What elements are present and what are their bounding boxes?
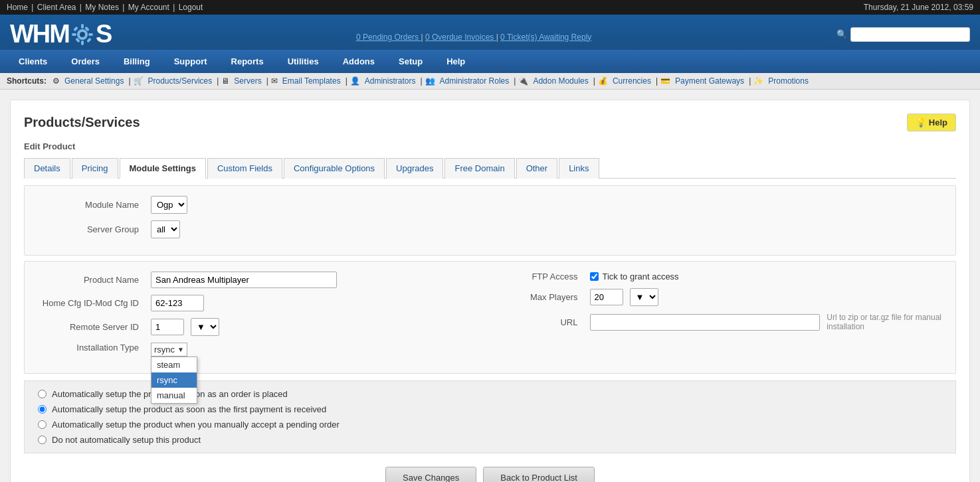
top-nav-my-notes[interactable]: My Notes	[85, 3, 119, 12]
search-input[interactable]	[850, 27, 970, 42]
max-players-input[interactable]	[590, 289, 623, 305]
overdue-invoices-link[interactable]: 0 Overdue Invoices	[425, 33, 496, 42]
shortcut-administrators[interactable]: Administrators	[365, 76, 416, 86]
nav-addons[interactable]: Addons	[331, 50, 387, 73]
svg-rect-6	[73, 26, 78, 31]
server-group-select[interactable]: all	[151, 220, 180, 238]
svg-rect-7	[86, 37, 92, 42]
home-cfg-input[interactable]	[151, 295, 204, 311]
tab-configurable-options[interactable]: Configurable Options	[284, 158, 385, 179]
bottom-buttons: Save Changes Back to Product List	[24, 467, 956, 482]
page-title: Products/Services	[24, 115, 140, 130]
option-rsync[interactable]: rsync	[151, 372, 197, 388]
top-nav-links: Home | Client Area | My Notes | My Accou…	[7, 3, 203, 12]
installation-type-label: Installation Type	[38, 343, 144, 353]
top-nav-home[interactable]: Home	[7, 3, 28, 12]
product-settings-cols: Product Name Home Cfg ID-Mod Cfg ID Remo…	[38, 272, 942, 363]
save-changes-button[interactable]: Save Changes	[385, 467, 476, 482]
shortcut-promotions[interactable]: Promotions	[768, 76, 809, 86]
tab-module-settings[interactable]: Module Settings	[120, 158, 206, 179]
shortcut-servers[interactable]: Servers	[234, 76, 261, 86]
radio-manual-accept-label: Automatically setup the product when you…	[52, 420, 340, 430]
datetime: Thursday, 21 June 2012, 03:59	[864, 3, 973, 12]
help-button[interactable]: 💡 Help	[907, 114, 956, 131]
top-nav-client-area[interactable]: Client Area	[37, 3, 76, 12]
module-name-label: Module Name	[38, 200, 144, 210]
nav-clients[interactable]: Clients	[7, 50, 59, 73]
ftp-access-checkbox[interactable]	[590, 272, 599, 281]
nav-help[interactable]: Help	[435, 50, 477, 73]
nav-reports[interactable]: Reports	[219, 50, 276, 73]
tab-free-domain[interactable]: Free Domain	[444, 158, 514, 179]
product-name-row: Product Name	[38, 272, 484, 288]
radio-no-setup[interactable]	[38, 436, 47, 444]
url-input[interactable]	[590, 314, 821, 331]
max-players-row: Max Players ▼	[497, 288, 943, 306]
help-icon: 💡	[916, 118, 926, 127]
max-players-select[interactable]: ▼	[630, 288, 658, 306]
server-group-row: Server Group all	[38, 220, 942, 238]
option-manual[interactable]: manual	[151, 388, 197, 403]
ftp-checkbox-group: Tick to grant access	[590, 272, 679, 281]
product-name-label: Product Name	[38, 275, 144, 285]
url-row: URL Url to zip or tar.gz file for manual…	[497, 313, 943, 331]
tab-other[interactable]: Other	[516, 158, 558, 179]
settings-left-col: Product Name Home Cfg ID-Mod Cfg ID Remo…	[38, 272, 484, 363]
pending-orders-link[interactable]: 0 Pending Orders	[356, 33, 421, 42]
tab-links[interactable]: Links	[559, 158, 599, 179]
radio-order-placed[interactable]	[38, 390, 47, 398]
shortcut-general-settings[interactable]: General Settings	[64, 76, 124, 86]
product-name-input[interactable]	[151, 272, 337, 288]
nav-orders[interactable]: Orders	[59, 50, 112, 73]
tickets-link[interactable]: 0 Ticket(s) Awaiting Reply	[500, 33, 591, 42]
tab-pricing[interactable]: Pricing	[72, 158, 118, 179]
back-to-product-list-button[interactable]: Back to Product List	[483, 467, 595, 482]
top-nav-my-account[interactable]: My Account	[128, 3, 169, 12]
nav-utilities[interactable]: Utilities	[276, 50, 331, 73]
shortcut-addon-modules[interactable]: Addon Modules	[533, 76, 588, 86]
logo-gear-icon	[70, 23, 94, 46]
product-settings-section: Product Name Home Cfg ID-Mod Cfg ID Remo…	[24, 261, 956, 374]
nav-setup[interactable]: Setup	[387, 50, 435, 73]
top-nav-logout[interactable]: Logout	[179, 3, 203, 12]
installation-type-dropdown: rsync ▼ steam rsync manual	[151, 343, 187, 357]
shortcut-admin-roles[interactable]: Administrator Roles	[440, 76, 510, 86]
url-hint: Url to zip or tar.gz file for manual ins…	[827, 313, 942, 331]
radio-first-payment-label: Automatically setup the product as soon …	[52, 404, 326, 414]
installation-type-selected[interactable]: rsync ▼	[151, 343, 187, 357]
shortcut-products-services[interactable]: Products/Services	[148, 76, 213, 86]
remote-server-label: Remote Server ID	[38, 322, 144, 332]
installation-type-value: rsync	[154, 345, 175, 355]
shortcut-currencies[interactable]: Currencies	[613, 76, 651, 86]
module-name-section: Module Name Ogp Server Group all	[24, 185, 956, 256]
tab-details[interactable]: Details	[24, 158, 70, 179]
nav-billing[interactable]: Billing	[112, 50, 162, 73]
radio-manual-accept[interactable]	[38, 420, 47, 429]
server-group-label: Server Group	[38, 224, 144, 234]
product-tabs: Details Pricing Module Settings Custom F…	[24, 158, 956, 179]
shortcut-email-templates[interactable]: Email Templates	[282, 76, 341, 86]
home-cfg-label: Home Cfg ID-Mod Cfg ID	[38, 298, 144, 308]
tab-upgrades[interactable]: Upgrades	[386, 158, 443, 179]
svg-rect-5	[88, 33, 93, 36]
option-steam[interactable]: steam	[151, 357, 197, 372]
radio-first-payment[interactable]	[38, 405, 47, 414]
shortcut-payment-gateways[interactable]: Payment Gateways	[675, 76, 744, 86]
settings-right-col: FTP Access Tick to grant access Max Play…	[497, 272, 943, 363]
radio-no-setup-label: Do not automatically setup this product	[52, 435, 201, 445]
radio-row-3: Automatically setup the product when you…	[38, 420, 942, 430]
remote-server-select[interactable]: ▼	[191, 318, 219, 336]
ftp-tick-label: Tick to grant access	[603, 272, 679, 281]
nav-support[interactable]: Support	[162, 50, 219, 73]
top-bar: Home | Client Area | My Notes | My Accou…	[0, 0, 980, 15]
shortcuts-bar: Shortcuts: ⚙General Settings | 🛒Products…	[0, 73, 980, 90]
dropdown-arrow-icon: ▼	[177, 346, 184, 353]
svg-point-1	[80, 32, 85, 37]
module-name-select[interactable]: Ogp	[151, 196, 187, 214]
shortcuts-label: Shortcuts:	[7, 76, 47, 86]
edit-product-label: Edit Product	[24, 141, 956, 151]
remote-server-input[interactable]	[151, 319, 184, 335]
tab-custom-fields[interactable]: Custom Fields	[207, 158, 282, 179]
main-nav: Clients Orders Billing Support Reports U…	[0, 50, 980, 73]
remote-server-row: Remote Server ID ▼	[38, 318, 484, 336]
